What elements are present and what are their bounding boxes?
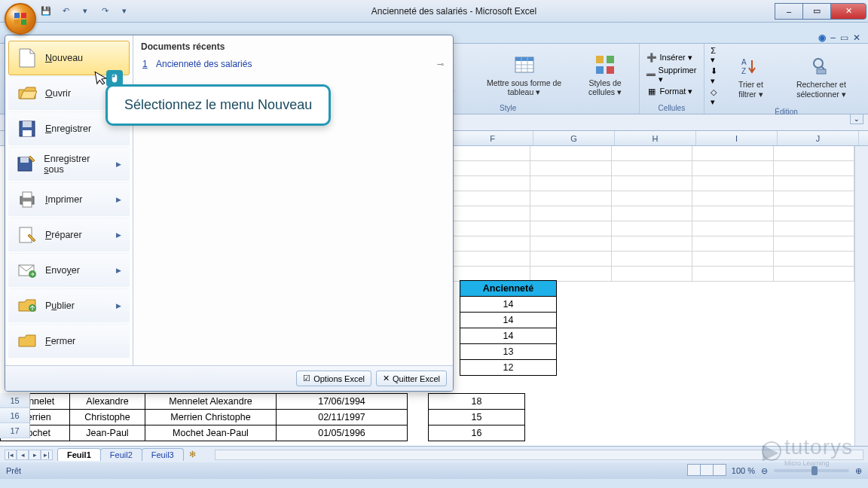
menu-prepare[interactable]: Préparer ▶ [8,218,130,252]
close-button[interactable]: ✕ [830,3,866,20]
window-controls: – ▭ ✕ [775,3,866,20]
format-as-table-button[interactable]: Mettre sous forme de tableau ▾ [478,51,570,98]
view-buttons[interactable] [687,464,726,477]
sheet-nav-first-icon[interactable]: |◂ [5,450,17,460]
sheet-nav-next-icon[interactable]: ▸ [29,450,41,460]
exit-excel-button[interactable]: ✕Quitter Excel [376,371,447,386]
watermark-tag: Micro Learning [784,459,853,467]
ribbon-minimize-icon[interactable]: – [830,32,836,43]
send-icon [17,260,38,281]
watermark-brand: tutorys [784,435,853,459]
ribbon-restore-icon[interactable]: ▭ [840,32,848,43]
row-header-15[interactable]: 15 [0,393,30,408]
table-cell[interactable]: Christophe [70,410,145,425]
vertical-scrollbar[interactable] [854,146,868,446]
new-file-icon [17,47,38,69]
svg-rect-21 [817,69,826,74]
qat-dd1[interactable]: ▾ [77,3,93,20]
sheet-nav-last-icon[interactable]: ▸| [41,450,53,460]
table-cell[interactable]: Mennelet Alexandre [145,394,277,410]
menu-close[interactable]: Fermer [8,324,130,358]
menu-send[interactable]: Envoyer ▶ [8,253,130,288]
table-cell[interactable]: 13 [460,344,557,360]
table-cell[interactable]: 14 [460,328,557,344]
cell-styles-button[interactable]: Styles de cellules ▾ [576,51,634,98]
sheet-tab-2[interactable]: Feuil2 [100,448,142,461]
menu-publish[interactable]: Publier ▶ [8,288,130,323]
clear-button[interactable]: ◇ ▾ [709,87,723,108]
sheet-tab-3[interactable]: Feuil3 [142,448,184,461]
ribbon-expand-icon[interactable]: ⌄ [850,114,863,124]
pin-icon[interactable]: ⊸ [437,59,444,69]
qat-save-icon[interactable]: 💾 [38,3,54,20]
anciennete-column: Ancienneté 14 14 14 13 12 [460,280,557,376]
status-bar: Prêt 100 % ⊖ ⊕ [0,462,868,479]
recent-doc-name: Ancienneté des salariés [156,59,252,69]
menu-prepare-label: Préparer [45,230,82,240]
table-cell[interactable]: 16 [429,425,525,441]
table-cell[interactable]: 02/11/1997 [277,410,408,425]
table-cell[interactable]: Alexandre [70,394,145,410]
find-select-button[interactable]: Rechercher et sélectionner ▾ [779,53,863,99]
table-cell[interactable]: Merrien Christophe [145,410,277,425]
col-header-J[interactable]: J [778,131,859,145]
table-row[interactable]: Mennelet Alexandre Mennelet Alexandre 17… [1,394,525,410]
submenu-arrow-icon: ▶ [116,267,121,274]
qat-dd2[interactable]: ▾ [116,3,133,20]
table-cell[interactable]: 18 [429,394,525,410]
table-cell[interactable]: 15 [429,410,525,425]
ribbon-close-icon[interactable]: ✕ [853,32,860,43]
delete-cells-button[interactable]: ➖Supprimer ▾ [644,65,700,85]
minimize-button[interactable]: – [775,3,803,20]
menu-print[interactable]: Imprimer ▶ [8,182,130,217]
delete-cells-label: Supprimer ▾ [659,66,698,84]
table-row[interactable]: Mochet Jean-Paul Mochet Jean-Paul 01/05/… [1,425,525,441]
table-cell[interactable]: 01/05/1996 [277,425,408,441]
autosum-button[interactable]: Σ ▾ [709,45,723,66]
menu-saveas[interactable]: Enregistrer sous ▶ [8,147,130,181]
new-sheet-icon[interactable]: ✻ [186,450,200,459]
table-cell[interactable]: 12 [460,360,557,376]
table-cell[interactable]: Mochet Jean-Paul [145,425,277,441]
recent-doc-item[interactable]: 1 Ancienneté des salariés ⊸ [141,56,445,72]
col-header-I[interactable]: I [696,131,778,145]
sheet-tab-1[interactable]: Feuil1 [57,448,101,461]
ribbon-group-cells: ➕Insérer ▾ ➖Supprimer ▾ ▦Format ▾ Cellul… [640,44,705,114]
watermark: ▶ tutorys Micro Learning [762,435,853,467]
menu-saveas-label: Enregistrer sous [44,154,108,175]
ribbon-group-editing: Σ ▾ ⬇ ▾ ◇ ▾ AZ Trier et filtrer ▾ Recher… [704,44,868,114]
submenu-arrow-icon: ▶ [116,160,121,168]
table-row[interactable]: Merrien Christophe Merrien Christophe 02… [1,410,525,425]
col-header-G[interactable]: G [533,131,615,145]
fill-button[interactable]: ⬇ ▾ [709,66,723,87]
table-cell[interactable]: 14 [460,297,557,313]
excel-options-button[interactable]: ☑Options Excel [296,371,371,386]
zoom-in-icon[interactable]: ⊕ [855,466,862,476]
ribbon-group-cells-label: Cellules [659,104,686,114]
row-header-16[interactable]: 16 [0,408,30,423]
sort-filter-button[interactable]: AZ Trier et filtrer ▾ [729,53,773,99]
sheet-nav-prev-icon[interactable]: ◂ [17,450,29,460]
zoom-level[interactable]: 100 % [732,466,755,475]
qat-redo-icon[interactable]: ↷ [96,3,113,20]
insert-cells-button[interactable]: ➕Insérer ▾ [644,51,700,65]
row-header-17[interactable]: 17 [0,423,30,438]
office-button[interactable] [5,3,36,35]
svg-rect-14 [596,56,604,63]
zoom-out-icon[interactable]: ⊖ [761,466,768,476]
format-cells-button[interactable]: ▦Format ▾ [644,85,700,99]
qat-undo-icon[interactable]: ↶ [57,3,74,20]
maximize-button[interactable]: ▭ [802,3,831,20]
menu-print-label: Imprimer [45,194,82,205]
table-cell[interactable]: 17/06/1994 [277,394,408,410]
help-icon[interactable]: ◉ [818,32,826,43]
col-header-H[interactable]: H [615,131,696,145]
svg-rect-2 [14,20,20,25]
zoom-slider[interactable] [774,469,849,472]
table-cell[interactable]: 14 [460,313,557,328]
format-cells-icon: ▦ [646,86,658,98]
col-header-F[interactable]: F [452,131,533,145]
table-cell[interactable]: Jean-Paul [70,425,145,441]
fill-icon: ⬇ ▾ [711,66,721,86]
cell-styles-label: Styles de cellules ▾ [578,78,633,96]
